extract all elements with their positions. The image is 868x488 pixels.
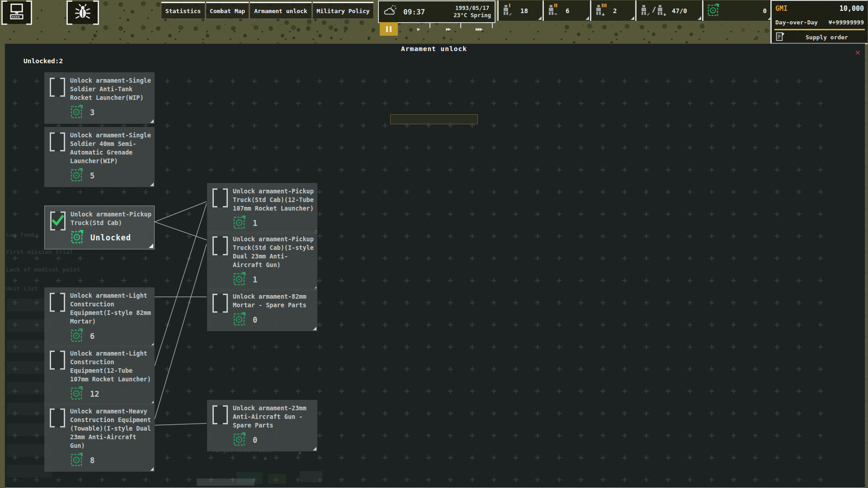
tech-node-label: Unlock armament-Pickup Truck(Std Cab)(12… [233,187,314,213]
bug-report-button[interactable] [68,1,98,24]
menu-button-military-policy[interactable]: Military Policy [313,2,373,19]
bracket-right [26,0,32,25]
pause-button[interactable] [380,22,398,36]
temp-season-value: 23°C Spring [453,12,491,19]
blueprint-icon [233,215,246,231]
corner-bracket [487,22,493,28]
fast-forward-button[interactable]: ▶▶ [437,22,459,36]
day-over-day-label: Day-over-Day [775,19,818,26]
tech-node-23mm-aa-spare-parts[interactable]: Unlock armament-23mm Anti-Aircraft Gun -… [207,400,317,451]
weather-icon [382,4,399,19]
tech-node-label: Unlock armament-23mm Anti-Aircraft Gun -… [233,404,314,430]
supply-order-button[interactable]: Supply order [772,31,868,43]
unlock-checkbox[interactable] [212,236,228,255]
unlock-checkbox[interactable] [50,408,65,427]
unlock-checkbox[interactable] [50,78,65,97]
bleedthrough-text: Unit List [6,285,38,292]
tech-node-single-soldier-anti-tank-rocket-launcher[interactable]: Unlock armament-Single Soldier Anti-Tank… [44,72,155,124]
tech-node-count: 5 [90,171,94,180]
tech-node-countrow: 1 [233,215,314,232]
stat-panel-supply-doc[interactable]: 0 [702,0,772,21]
stat-value: 6 [566,7,569,14]
menu-button-armament-unlock[interactable]: Armament unlock [250,2,311,19]
resize-corner [631,16,634,20]
tech-node-82mm-mortar-spare-parts[interactable]: Unlock armament-82mm Mortar - Spare Part… [207,288,317,331]
bracket-right [93,0,99,25]
tech-node-countrow: 0 [233,311,314,328]
unlock-checkbox[interactable] [50,293,65,312]
menu-button-combat-map[interactable]: Combat Map [206,2,249,19]
tech-node-pickup-truck-dual-23mm-aa[interactable]: Unlock armament-Pickup Truck(Std Cab)(I-… [207,231,317,291]
clock-date: 1993/05/17 23°C Spring [453,5,491,19]
bug-icon [74,3,91,22]
resize-corner [585,16,589,20]
fast-forward-icon: ▶▶ [446,26,450,32]
stat-panel-soldier-rank3[interactable]: +2 [590,0,635,21]
bleedthrough-shape [390,114,478,124]
tech-node-count: 0 [253,315,257,324]
computer-menu-button[interactable] [3,1,31,24]
blueprint-icon [71,230,84,246]
play-button[interactable]: ▶ [408,22,429,36]
tech-node-label: Unlock armament-Single Soldier Anti-Tank… [70,76,151,102]
tech-node-single-soldier-40mm-grenade-launcher[interactable]: Unlock armament-Single Soldier 40mm Semi… [44,127,155,187]
corner-bracket [455,22,461,28]
tech-node-label: Unlock armament-Light Construction Equip… [70,291,151,326]
stat-panel-soldiers-ratio[interactable]: ✓/+47/0 [635,0,702,21]
bleedthrough-shape [268,474,286,484]
tech-node-count: 12 [90,389,99,399]
resize-corner [149,244,153,248]
forest-texture [561,23,710,43]
bleedthrough-shape [197,479,255,486]
unlock-checkbox[interactable] [212,405,228,424]
tech-node-light-equip-82mm-mortar[interactable]: Unlock armament-Light Construction Equip… [44,287,155,347]
tech-node-pickup-truck-std-cab[interactable]: Unlock armament-Pickup Truck(Std Cab)Unl… [44,206,155,249]
resize-corner [313,447,316,450]
stat-panel-soldier-rank1[interactable]: ✓18 [497,0,542,21]
gmi-label: GMI [775,5,788,13]
fastest-forward-button[interactable]: ▶▶▶ [467,22,491,36]
stat-value: 47/0 [672,7,687,14]
blueprint-icon [70,104,84,121]
pause-icon [390,26,392,32]
tech-node-light-equip-12tube-107mm-rocket[interactable]: Unlock armament-Light Construction Equip… [44,345,155,405]
menu-button-statistics[interactable]: Statistics [161,2,205,19]
unlocked-counter: Unlocked:2 [24,57,63,65]
window-title: Armament unlock [0,45,868,52]
bleedthrough-shape [300,471,322,482]
tech-node-count: 3 [90,108,94,117]
fastest-forward-icon: ▶▶▶ [476,26,482,32]
stat-value: 0 [763,7,767,14]
gmi-row: GMI 10,000 [772,1,868,16]
unlock-checkbox[interactable] [50,132,65,151]
tech-node-countrow: 5 [70,167,151,184]
close-icon[interactable]: ✕ [852,47,863,57]
tech-node-countrow: 6 [70,328,151,345]
clock-panel: 09:37 1993/05/17 23°C Spring [378,0,495,23]
unlock-checkbox[interactable] [212,294,228,313]
gmi-value: 10,000 [840,5,864,13]
soldier-rank2-icon: ~ [544,3,566,18]
tech-node-pickup-truck-12tube-107mm-rocket[interactable]: Unlock armament-Pickup Truck(Std Cab)(12… [207,183,317,235]
supply-doc-icon [703,3,722,18]
unlock-checkbox[interactable] [50,351,65,370]
bleedthrough-marker: ▲ [264,454,267,461]
svg-text:+: + [663,11,666,17]
soldier-rank1-icon: ✓ [499,3,520,18]
tech-node-countrow: 3 [70,104,151,121]
supply-order-label: Supply order [806,34,848,41]
check-icon [52,215,64,226]
tech-node-heavy-equip-dual-23mm-aa[interactable]: Unlock armament-Heavy Construction Equip… [44,403,155,472]
unlock-checkbox[interactable] [212,188,228,207]
tech-node-count: 1 [253,219,257,228]
tech-node-countrow: 12 [70,385,151,403]
blueprint-icon [70,452,84,469]
resize-corner [150,467,154,471]
supply-order-icon [775,32,785,43]
blueprint-icon [233,312,246,328]
play-icon: ▶ [417,26,420,32]
unlock-checkbox[interactable] [50,211,66,230]
tech-node-label: Unlock armament-Pickup Truck(Std Cab)(I-… [233,235,314,269]
stat-panel-soldier-rank2[interactable]: ~6 [542,0,590,21]
tech-node-label: Unlock armament-Pickup Truck(Std Cab) [71,210,151,227]
